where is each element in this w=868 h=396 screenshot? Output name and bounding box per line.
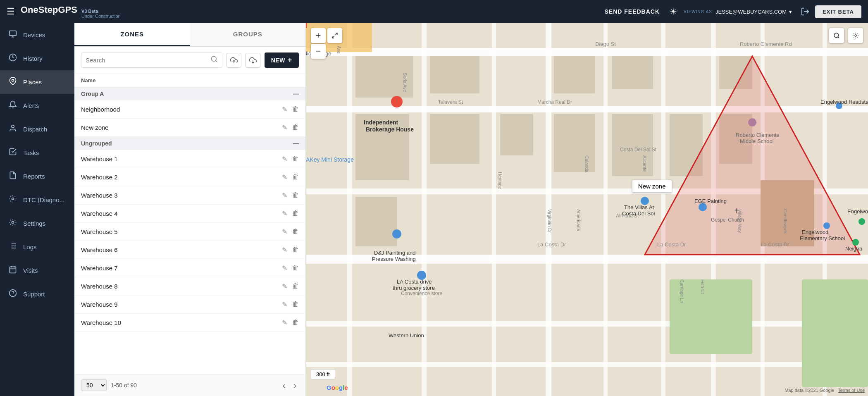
next-page-button[interactable]: › (291, 380, 299, 391)
svg-rect-37 (661, 23, 665, 396)
list-item[interactable]: Warehouse 9 ✎ 🗑 (74, 296, 305, 314)
delete-icon[interactable]: 🗑 (292, 105, 299, 113)
zoom-in-button[interactable]: + (311, 28, 326, 43)
sidebar-label-logs: Logs (23, 243, 37, 250)
sidebar-item-devices[interactable]: Devices (0, 23, 74, 47)
list-item[interactable]: Warehouse 7 ✎ 🗑 (74, 259, 305, 277)
terms-of-use-link[interactable]: Terms of Use (838, 388, 865, 393)
list-item[interactable]: Warehouse 2 ✎ 🗑 (74, 168, 305, 186)
edit-icon[interactable]: ✎ (282, 124, 287, 131)
map-settings-button[interactable] (848, 28, 863, 43)
sidebar-item-settings[interactable]: Settings (0, 212, 74, 235)
svg-point-85 (392, 229, 401, 239)
sidebar-item-logs[interactable]: Logs (0, 235, 74, 259)
svg-rect-36 (603, 23, 608, 396)
edit-icon[interactable]: ✎ (282, 264, 287, 272)
search-icon[interactable] (210, 55, 218, 65)
upload-button[interactable] (227, 53, 241, 68)
edit-icon[interactable]: ✎ (282, 282, 287, 290)
edit-icon[interactable]: ✎ (282, 173, 287, 181)
map-distance-scale: 300 ft (311, 369, 335, 379)
svg-rect-15 (10, 267, 16, 273)
sidebar-item-support[interactable]: Support (0, 282, 74, 306)
zone-name: Warehouse 10 (81, 319, 282, 326)
delete-icon[interactable]: 🗑 (292, 301, 299, 308)
sidebar-item-tasks[interactable]: Tasks (0, 141, 74, 165)
sidebar-item-visits[interactable]: Visits (0, 259, 74, 282)
ungrouped-label: Ungrouped (81, 140, 112, 147)
edit-icon[interactable]: ✎ (282, 105, 287, 113)
map-top-right-controls (829, 28, 863, 43)
delete-icon[interactable]: 🗑 (292, 264, 299, 272)
svg-text:The Villas At: The Villas At (624, 204, 654, 210)
list-item[interactable]: Warehouse 8 ✎ 🗑 (74, 277, 305, 296)
list-item[interactable]: Warehouse 1 ✎ 🗑 (74, 150, 305, 168)
list-item[interactable]: Warehouse 5 ✎ 🗑 (74, 223, 305, 241)
svg-point-7 (12, 198, 14, 200)
delete-icon[interactable]: 🗑 (292, 246, 299, 254)
list-item[interactable]: Neighborhood ✎ 🗑 (74, 100, 305, 119)
list-item[interactable]: Warehouse 3 ✎ 🗑 (74, 186, 305, 205)
download-button[interactable] (246, 53, 260, 68)
svg-rect-47 (554, 56, 595, 93)
sidebar-item-dispatch[interactable]: Dispatch (0, 117, 74, 141)
list-item[interactable]: Warehouse 4 ✎ 🗑 (74, 205, 305, 223)
svg-line-113 (332, 36, 334, 38)
edit-icon[interactable]: ✎ (282, 210, 287, 217)
sidebar-item-places[interactable]: Places (0, 70, 74, 94)
delete-icon[interactable]: 🗑 (292, 191, 299, 199)
edit-icon[interactable]: ✎ (282, 301, 287, 308)
tab-zones[interactable]: ZONES (74, 23, 190, 46)
sidebar-label-settings: Settings (23, 220, 45, 227)
svg-text:Carriage Ln: Carriage Ln (680, 279, 684, 303)
panel-toolbar: NEW + (74, 47, 305, 74)
tab-groups[interactable]: GROUPS (190, 23, 306, 46)
send-feedback-button[interactable]: SEND FEEDBACK (604, 8, 660, 15)
brightness-icon[interactable]: ☀ (670, 7, 677, 17)
per-page-select[interactable]: 50 25 100 (81, 379, 107, 391)
user-email-dropdown[interactable]: JESSE@WEBUYCARS.COM ▾ (715, 9, 792, 15)
svg-text:LA Costa drive: LA Costa drive (397, 279, 432, 285)
sidebar: Devices History Places Alerts Dispatch (0, 23, 74, 396)
delete-icon[interactable]: 🗑 (292, 155, 299, 163)
new-zone-button[interactable]: NEW + (265, 52, 299, 68)
sidebar-item-reports[interactable]: Reports (0, 165, 74, 188)
history-icon (8, 53, 17, 64)
list-item[interactable]: Warehouse 6 ✎ 🗑 (74, 241, 305, 259)
delete-icon[interactable]: 🗑 (292, 319, 299, 327)
prev-page-button[interactable]: ‹ (280, 380, 288, 391)
sidebar-item-dtc[interactable]: DTC (Diagno... (0, 188, 74, 212)
edit-icon[interactable]: ✎ (282, 319, 287, 327)
svg-point-109 (852, 239, 859, 246)
edit-icon[interactable]: ✎ (282, 246, 287, 254)
map-expand-button[interactable] (327, 28, 342, 43)
zone-name: Warehouse 9 (81, 301, 282, 308)
exit-beta-button[interactable]: EXIT BETA (815, 5, 861, 18)
map-area[interactable]: Diego St Roberto Clemente Rd Talavera St… (306, 23, 868, 396)
svg-text:AKey Mini Storage: AKey Mini Storage (306, 156, 354, 163)
edit-icon[interactable]: ✎ (282, 155, 287, 163)
delete-icon[interactable]: 🗑 (292, 173, 299, 181)
delete-icon[interactable]: 🗑 (292, 210, 299, 217)
zones-list[interactable]: Group A — Neighborhood ✎ 🗑 New zone ✎ 🗑 (74, 87, 305, 374)
ungrouped-collapse-icon[interactable]: — (293, 140, 299, 147)
delete-icon[interactable]: 🗑 (292, 282, 299, 290)
group-a-collapse-icon[interactable]: — (293, 91, 299, 97)
zoom-out-button[interactable]: − (311, 44, 326, 59)
search-input[interactable] (86, 57, 210, 64)
sidebar-item-alerts[interactable]: Alerts (0, 94, 74, 117)
delete-icon[interactable]: 🗑 (292, 228, 299, 236)
zone-name: Warehouse 3 (81, 192, 282, 199)
list-item[interactable]: Warehouse 10 ✎ 🗑 (74, 314, 305, 332)
edit-icon[interactable]: ✎ (282, 191, 287, 199)
map-search-button[interactable] (829, 28, 844, 43)
list-item[interactable]: New zone ✎ 🗑 (74, 119, 305, 137)
delete-icon[interactable]: 🗑 (292, 124, 299, 131)
logout-button[interactable] (799, 5, 812, 18)
sidebar-item-history[interactable]: History (0, 47, 74, 70)
svg-text:Engelwood Headstart: Engelwood Headstart (820, 99, 868, 105)
edit-icon[interactable]: ✎ (282, 228, 287, 236)
menu-icon[interactable]: ☰ (7, 6, 15, 17)
tasks-icon (8, 148, 17, 158)
list-header: Name (74, 74, 305, 87)
